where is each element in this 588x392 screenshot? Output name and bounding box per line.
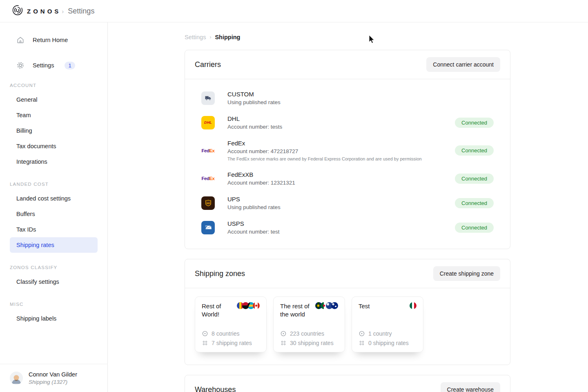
gear-icon bbox=[16, 61, 24, 69]
top-bar: ZONOS › Settings bbox=[0, 0, 588, 22]
sidebar-item-landed-cost-settings[interactable]: Landed cost settings bbox=[0, 191, 107, 206]
carrier-subtitle: Using published rates bbox=[227, 204, 455, 210]
section-label-account: ACCOUNT bbox=[0, 83, 107, 88]
warehouses-card: Warehouses Create warehouse bbox=[185, 375, 510, 392]
globe-icon bbox=[359, 331, 365, 336]
sidebar-item-integrations[interactable]: Integrations bbox=[0, 154, 107, 169]
create-shipping-zone-button[interactable]: Create shipping zone bbox=[433, 266, 500, 281]
brand-name: ZONOS bbox=[27, 8, 61, 15]
carrier-row-ups[interactable]: ups UPS Using published rates Connected bbox=[201, 191, 494, 215]
svg-text:ups: ups bbox=[206, 202, 210, 204]
canada-flag-icon bbox=[253, 302, 260, 309]
section-label-misc: MISC bbox=[0, 302, 107, 307]
carrier-row-usps[interactable]: USPS Account number: test Connected bbox=[201, 215, 494, 240]
carrier-subtitle: Account number: 472218727 bbox=[227, 148, 455, 154]
chevron-right-icon: › bbox=[62, 8, 64, 15]
carrier-subtitle: Account number: 12321321 bbox=[227, 180, 455, 186]
create-warehouse-button[interactable]: Create warehouse bbox=[441, 382, 500, 392]
user-profile[interactable]: Connor Van Gilder Shipping (1327) bbox=[0, 364, 107, 392]
carrier-name: FedEx bbox=[227, 140, 455, 147]
fedex-logo-icon: FedEx bbox=[201, 144, 215, 157]
zone-countries: 223 countries bbox=[290, 330, 324, 337]
main-content: Settings › Shipping Carriers Connect car… bbox=[108, 22, 588, 392]
fedex-logo-icon: FedEx bbox=[201, 172, 215, 185]
sidebar-item-billing[interactable]: Billing bbox=[0, 123, 107, 138]
status-badge-connected: Connected bbox=[455, 198, 494, 208]
zone-card-test[interactable]: Test 1 country 0 shipping rates bbox=[352, 296, 423, 352]
carrier-row-custom[interactable]: CUSTOM Using published rates bbox=[201, 86, 494, 110]
carrier-row-fedexxb[interactable]: FedEx FedExXB Account number: 12321321 C… bbox=[201, 166, 494, 191]
zone-countries: 8 countries bbox=[212, 330, 239, 337]
section-label-landed-cost: LANDED COST bbox=[0, 182, 107, 187]
rates-grid-icon bbox=[202, 341, 208, 345]
custom-truck-icon bbox=[201, 91, 215, 105]
zone-card-rest-of-world[interactable]: Rest of World! 8 countries bbox=[195, 296, 267, 352]
globe-icon bbox=[280, 331, 286, 336]
sidebar-item-return-home[interactable]: Return Home bbox=[0, 32, 107, 48]
fedex-fine-print: The FedEx service marks are owned by Fed… bbox=[227, 156, 455, 161]
sidebar-item-general[interactable]: General bbox=[0, 92, 107, 107]
profile-subtitle: Shipping (1327) bbox=[29, 379, 77, 385]
carrier-name: UPS bbox=[227, 196, 455, 203]
carrier-subtitle: Account number: tests bbox=[227, 124, 455, 130]
zone-countries: 1 country bbox=[368, 330, 392, 337]
shipping-zones-title: Shipping zones bbox=[195, 270, 245, 278]
shipping-zones-card: Shipping zones Create shipping zone Rest… bbox=[185, 259, 510, 365]
zone-card-the-rest-of-the-world[interactable]: The rest of the world 223 countries bbox=[273, 296, 345, 352]
zone-name: Test bbox=[359, 302, 370, 310]
status-badge-connected: Connected bbox=[455, 223, 494, 233]
settings-badge: 1 bbox=[65, 62, 75, 69]
dhl-logo-icon: DHL bbox=[201, 116, 215, 129]
zone-flags bbox=[410, 302, 416, 310]
rates-grid-icon bbox=[280, 341, 286, 345]
zone-rates: 7 shipping rates bbox=[212, 340, 252, 346]
australia-flag-icon bbox=[331, 302, 338, 309]
zone-flags bbox=[237, 302, 260, 319]
avatar bbox=[10, 372, 23, 385]
return-home-label: Return Home bbox=[33, 37, 68, 43]
carrier-name: USPS bbox=[227, 220, 455, 227]
sidebar-item-shipping-labels[interactable]: Shipping labels bbox=[0, 311, 107, 326]
sidebar-item-buffers[interactable]: Buffers bbox=[0, 206, 107, 222]
connect-carrier-account-button[interactable]: Connect carrier account bbox=[426, 57, 500, 72]
zonos-brand[interactable]: ZONOS bbox=[12, 5, 61, 17]
sidebar-item-tax-documents[interactable]: Tax documents bbox=[0, 138, 107, 154]
mexico-flag-icon bbox=[410, 302, 416, 309]
status-badge-connected: Connected bbox=[455, 174, 494, 184]
settings-label: Settings bbox=[33, 62, 54, 69]
status-badge-connected: Connected bbox=[455, 118, 494, 128]
carrier-name: FedExXB bbox=[227, 171, 455, 178]
warehouses-title: Warehouses bbox=[195, 385, 236, 392]
zone-rates: 0 shipping rates bbox=[368, 340, 409, 346]
rates-grid-icon bbox=[359, 341, 365, 345]
ups-logo-icon: ups bbox=[201, 196, 215, 210]
breadcrumb: Settings › Shipping bbox=[185, 34, 510, 40]
carrier-subtitle: Account number: test bbox=[227, 229, 455, 235]
zonos-logo-icon bbox=[12, 5, 23, 17]
sidebar-item-team[interactable]: Team bbox=[0, 107, 107, 123]
sidebar-item-settings[interactable]: Settings 1 bbox=[0, 58, 107, 73]
zone-flags bbox=[315, 302, 338, 319]
carrier-name: CUSTOM bbox=[227, 91, 494, 98]
sidebar-item-shipping-rates[interactable]: Shipping rates bbox=[10, 237, 98, 253]
breadcrumb-settings[interactable]: Settings bbox=[185, 34, 206, 40]
zone-rates: 30 shipping rates bbox=[290, 340, 334, 346]
zone-name: Rest of World! bbox=[202, 302, 237, 319]
carriers-title: Carriers bbox=[195, 60, 221, 69]
sidebar: Return Home Settings 1 ACCOUNT General T… bbox=[0, 22, 108, 392]
carrier-name: DHL bbox=[227, 115, 455, 122]
section-label-zonos-classify: ZONOS CLASSIFY bbox=[0, 265, 107, 270]
sidebar-item-tax-ids[interactable]: Tax IDs bbox=[0, 222, 107, 237]
chevron-right-icon: › bbox=[209, 34, 211, 40]
status-badge-connected: Connected bbox=[455, 145, 494, 156]
globe-icon bbox=[202, 331, 208, 336]
carrier-subtitle: Using published rates bbox=[227, 99, 494, 105]
sidebar-item-classify-settings[interactable]: Classify settings bbox=[0, 274, 107, 290]
profile-name: Connor Van Gilder bbox=[29, 371, 77, 378]
home-icon bbox=[16, 36, 24, 44]
zone-name: The rest of the world bbox=[280, 302, 315, 319]
topbar-page-title: Settings bbox=[68, 7, 94, 16]
breadcrumb-shipping: Shipping bbox=[215, 34, 240, 40]
carrier-row-fedex[interactable]: FedEx FedEx Account number: 472218727 Th… bbox=[201, 135, 494, 166]
carrier-row-dhl[interactable]: DHL DHL Account number: tests Connected bbox=[201, 110, 494, 135]
